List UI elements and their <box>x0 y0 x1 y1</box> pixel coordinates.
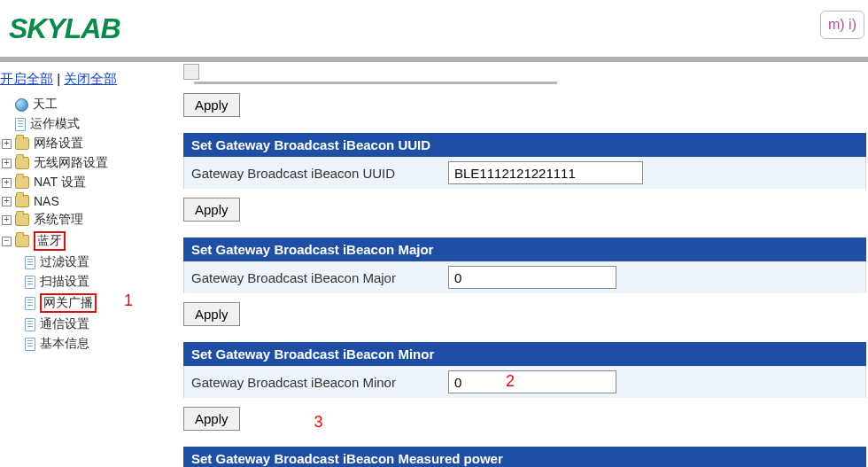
tree-item-bluetooth[interactable]: 蓝牙 <box>0 230 169 253</box>
tree-item-basic[interactable]: 基本信息 <box>0 334 169 354</box>
annotation-2: 2 <box>506 372 515 391</box>
page-icon <box>25 256 35 269</box>
apply-button[interactable]: Apply <box>183 302 240 326</box>
field-row-major: Gateway Broadcast iBeacon Major <box>183 261 866 293</box>
tree-item-network[interactable]: 网络设置 <box>0 134 169 153</box>
apply-button[interactable]: Apply <box>183 93 240 117</box>
tree-item-mode[interactable]: 运作模式 <box>0 114 169 134</box>
tree-label: 网关广播 <box>40 293 97 313</box>
tree-root-label: 天工 <box>33 97 58 113</box>
field-row-uuid: Gateway Broadcast iBeacon UUID <box>183 157 866 189</box>
page-icon <box>25 276 35 289</box>
section-header-power: Set Gateway Broadcast iBeacon Measured p… <box>183 447 866 467</box>
section-header-minor: Set Gateway Broadcast iBeacon Minor <box>183 342 866 366</box>
folder-icon <box>15 195 29 207</box>
world-icon <box>15 98 28 112</box>
field-row-minor: Gateway Broadcast iBeacon Minor 2 <box>183 366 866 398</box>
tree-label: 通信设置 <box>40 316 89 332</box>
sidebar: 开启全部 | 关闭全部 天工 运作模式 网络设置 无线网路设置 NAT 设置 N… <box>0 62 173 467</box>
tree-item-system[interactable]: 系统管理 <box>0 210 169 230</box>
spacer-icon <box>2 120 12 129</box>
top-right-badge: m) i) <box>820 11 864 39</box>
scroll-up-button[interactable] <box>183 64 199 80</box>
folder-icon <box>15 176 29 189</box>
tree-item-wireless[interactable]: 无线网路设置 <box>0 153 169 173</box>
minor-input[interactable] <box>448 370 616 393</box>
tree-label: 基本信息 <box>40 336 89 352</box>
folder-icon <box>15 157 29 169</box>
folder-icon <box>15 235 29 247</box>
expand-icon[interactable] <box>2 159 12 168</box>
page-icon <box>15 118 26 131</box>
tree-label: 蓝牙 <box>34 231 66 251</box>
open-all-link[interactable]: 开启全部 <box>0 71 53 86</box>
major-input[interactable] <box>448 266 616 289</box>
logo: SKYLAB <box>9 12 120 45</box>
uuid-input[interactable] <box>448 161 643 184</box>
page-icon <box>25 318 35 331</box>
tree-toggle-links: 开启全部 | 关闭全部 <box>0 67 169 95</box>
tree-root[interactable]: 天工 <box>0 95 169 114</box>
tree-label: 扫描设置 <box>40 274 89 290</box>
folder-icon <box>15 214 29 226</box>
tree-label: 无线网路设置 <box>34 155 108 171</box>
folder-icon <box>15 137 29 150</box>
annotation-3: 3 <box>314 413 322 432</box>
tree-item-filter[interactable]: 过滤设置 <box>0 253 169 272</box>
page-icon <box>25 297 35 310</box>
annotation-1: 1 <box>124 292 133 310</box>
section-header-major: Set Gateway Broadcast iBeacon Major <box>183 237 866 261</box>
expand-icon[interactable] <box>2 197 12 206</box>
tree-label: NAS <box>34 194 59 208</box>
expand-icon[interactable] <box>2 139 12 149</box>
field-label-major: Gateway Broadcast iBeacon Major <box>191 270 448 285</box>
expand-icon[interactable] <box>2 178 12 188</box>
apply-button[interactable]: Apply <box>183 407 240 431</box>
tree-item-comm[interactable]: 通信设置 <box>0 315 169 334</box>
tree-label: 系统管理 <box>34 212 83 228</box>
tree-label: 网络设置 <box>34 136 83 152</box>
apply-button[interactable]: Apply <box>183 198 240 222</box>
close-all-link[interactable]: 关闭全部 <box>64 71 117 86</box>
tree-label: 过滤设置 <box>40 254 89 270</box>
tree-label: NAT 设置 <box>34 175 86 191</box>
nav-tree: 天工 运作模式 网络设置 无线网路设置 NAT 设置 NAS 系统管理 蓝牙 过… <box>0 95 169 354</box>
collapse-icon[interactable] <box>2 237 12 246</box>
spacer-icon <box>2 100 12 110</box>
field-label-minor: Gateway Broadcast iBeacon Minor <box>191 375 448 390</box>
tree-label: 运作模式 <box>30 116 80 132</box>
page-icon <box>25 338 35 351</box>
tree-item-gateway-broadcast[interactable]: 网关广播1 <box>0 292 169 315</box>
tree-item-nat[interactable]: NAT 设置 <box>0 173 169 192</box>
tree-item-nas[interactable]: NAS <box>0 192 169 210</box>
expand-icon[interactable] <box>2 215 12 225</box>
main-content: Apply Set Gateway Broadcast iBeacon UUID… <box>173 62 868 467</box>
section-header-uuid: Set Gateway Broadcast iBeacon UUID <box>183 133 866 157</box>
separator: | <box>53 71 64 86</box>
tree-item-scan[interactable]: 扫描设置 <box>0 272 169 292</box>
field-label-uuid: Gateway Broadcast iBeacon UUID <box>191 166 448 181</box>
